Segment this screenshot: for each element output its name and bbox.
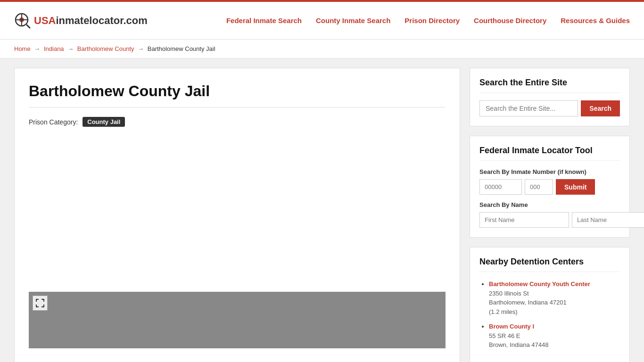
nearby-city-state-zip-2: Brown, Indiana 47448 [489, 340, 620, 350]
nav-courthouse-directory[interactable]: Courthouse Directory [474, 16, 546, 25]
breadcrumb-arrow-2: → [67, 45, 75, 52]
name-search-label: Search By Name [479, 201, 620, 208]
breadcrumb-indiana[interactable]: Indiana [44, 45, 64, 52]
breadcrumb-arrow-1: → [34, 45, 42, 52]
main-content: Bartholomew County Jail Prison Category:… [14, 68, 460, 362]
nearby-distance-1: (1.2 miles) [489, 307, 620, 317]
nearby-box: Nearby Detention Centers Bartholomew Cou… [470, 247, 630, 362]
search-box: Search the Entire Site Search [470, 68, 630, 126]
search-row: Search [479, 100, 620, 116]
inmate-number-submit[interactable]: Submit [556, 179, 595, 195]
logo-text: USAinmatelocator.com [34, 15, 148, 27]
svg-line-4 [27, 25, 30, 28]
inmate-number-label: Search By Inmate Number (if known) [479, 168, 620, 175]
nav-federal-inmate-search[interactable]: Federal Inmate Search [226, 16, 302, 25]
last-name-input[interactable] [572, 212, 644, 228]
breadcrumb-current: Bartholomew County Jail [148, 45, 215, 52]
nearby-title: Nearby Detention Centers [479, 257, 620, 272]
breadcrumb-arrow-3: → [138, 45, 146, 52]
name-search-row: Submit [479, 212, 620, 228]
nearby-address-2: 55 SR 46 E [489, 331, 620, 341]
prison-category-badge: County Jail [83, 117, 125, 127]
site-logo[interactable]: USAinmatelocator.com [14, 12, 148, 29]
nav-county-inmate-search[interactable]: County Inmate Search [316, 16, 390, 25]
search-input[interactable] [479, 100, 578, 116]
nearby-city-state-zip-1: Bartholomew, Indiana 47201 [489, 298, 620, 307]
nearby-facility-link-2[interactable]: Brown County I [489, 323, 534, 330]
expand-icon [36, 299, 44, 307]
nav-prison-directory[interactable]: Prison Directory [405, 16, 460, 25]
search-box-title: Search the Entire Site [479, 78, 620, 93]
inmate-number-row: Submit [479, 179, 620, 195]
federal-locator-box: Federal Inmate Locator Tool Search By In… [470, 136, 630, 238]
breadcrumb: Home → Indiana → Bartholomew County → Ba… [0, 40, 644, 58]
nearby-address-1: 2350 Illinois St [489, 289, 620, 298]
nav-resources-guides[interactable]: Resources & Guides [561, 16, 630, 25]
search-button[interactable]: Search [581, 100, 620, 116]
list-item: Brown County I 55 SR 46 E Brown, Indiana… [489, 322, 620, 350]
logo-icon [14, 12, 31, 29]
nearby-facility-link-1[interactable]: Bartholomew County Youth Center [489, 280, 590, 288]
sidebar: Search the Entire Site Search Federal In… [470, 68, 630, 362]
inmate-number-input2[interactable] [525, 179, 553, 195]
nearby-list: Bartholomew County Youth Center 2350 Ill… [479, 280, 620, 350]
prison-category-label: Prison Category: [29, 118, 78, 126]
main-nav: Federal Inmate Search County Inmate Sear… [226, 16, 630, 25]
inmate-number-input1[interactable] [479, 179, 522, 195]
breadcrumb-bartholomew-county[interactable]: Bartholomew County [77, 45, 134, 52]
prison-category-row: Prison Category: County Jail [29, 117, 446, 127]
federal-locator-title: Federal Inmate Locator Tool [479, 146, 620, 161]
breadcrumb-home[interactable]: Home [14, 45, 31, 52]
map-expand-button[interactable] [33, 296, 48, 311]
map-area [29, 292, 446, 348]
list-item: Bartholomew County Youth Center 2350 Ill… [489, 280, 620, 316]
first-name-input[interactable] [479, 212, 569, 228]
page-title: Bartholomew County Jail [29, 82, 446, 107]
